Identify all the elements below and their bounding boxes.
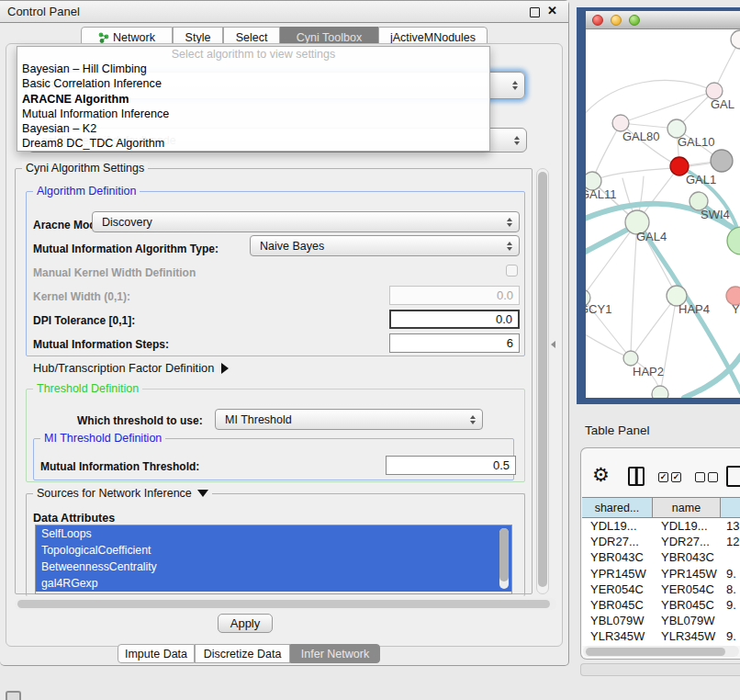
- dropdown-item[interactable]: ARACNE Algorithm: [17, 92, 489, 107]
- data-attributes-label: Data Attributes: [33, 512, 115, 525]
- cell-value: 12: [721, 534, 740, 549]
- attribute-item[interactable]: BetweennessCentrality: [36, 559, 511, 575]
- zoom-traffic-light-icon[interactable]: [629, 15, 640, 26]
- network-node[interactable]: [711, 150, 733, 172]
- node-label: SWI4: [701, 208, 730, 221]
- minimize-traffic-light-icon[interactable]: [611, 15, 622, 26]
- table-settings-gear-icon[interactable]: ⚙: [592, 465, 610, 484]
- data-attributes-list: SelfLoopsTopologicalCoefficientBetweenne…: [35, 525, 512, 594]
- network-edge[interactable]: [631, 296, 677, 358]
- settings-hscroll-thumb[interactable]: [17, 600, 550, 608]
- sources-title: Sources for Network Inference: [37, 487, 192, 500]
- hub-definition-toggle[interactable]: Hub/Transcription Factor Definition: [33, 361, 229, 375]
- tab-discretize-data[interactable]: Discretize Data: [195, 644, 290, 663]
- table-row[interactable]: YBR045C YBR045C 9.: [582, 597, 740, 613]
- network-node[interactable]: [731, 30, 740, 49]
- network-node[interactable]: [727, 227, 740, 254]
- table-hscroll-thumb[interactable]: [586, 648, 725, 656]
- cell-name: YDL19...: [653, 518, 721, 534]
- cell-name: YDR27...: [653, 534, 721, 549]
- kernel-width-field[interactable]: 0.0: [389, 286, 520, 305]
- combo-arrows-icon: [507, 242, 512, 251]
- table-panel-footer: [580, 663, 740, 676]
- table-horizontal-scrollbar[interactable]: [583, 646, 739, 657]
- cell-shared-name: YDL19...: [582, 518, 653, 534]
- table-row[interactable]: YBL079W YBL079W: [582, 613, 740, 628]
- control-panel-titlebar: Control Panel ✕: [0, 1, 568, 23]
- network-node[interactable]: [652, 386, 668, 398]
- aracne-mode-combo[interactable]: Discovery: [92, 211, 520, 232]
- settings-horizontal-scrollbar[interactable]: [15, 598, 556, 610]
- algorithm-dropdown-popup: Select algorithm to view settings Bayesi…: [17, 46, 490, 152]
- settings-vertical-scrollbar[interactable]: [536, 168, 549, 594]
- dropdown-item[interactable]: Bayesian – Hill Climbing: [17, 62, 489, 76]
- dpi-tolerance-field[interactable]: 0.0: [389, 310, 520, 329]
- application-screen: Control Panel ✕ Network Style Select Cyn…: [0, 0, 740, 700]
- aracne-mode-value: Discovery: [102, 216, 152, 229]
- tab-label: Impute Data: [125, 648, 187, 660]
- network-edge[interactable]: [586, 222, 637, 298]
- dropdown-item[interactable]: Bayesian – K2: [17, 121, 489, 136]
- table-row[interactable]: YPR145W YPR145W 9.: [582, 566, 740, 581]
- settings-vscroll-thumb[interactable]: [538, 172, 547, 587]
- list-scrollbar[interactable]: [499, 528, 509, 589]
- network-edge[interactable]: [586, 81, 714, 117]
- network-edge[interactable]: [660, 296, 677, 394]
- checkbox-unchecked-icon[interactable]: [695, 472, 705, 482]
- settings-group-title: Cyni Algorithm Settings: [22, 162, 148, 175]
- checkbox-checked-icon[interactable]: ✓: [671, 472, 681, 482]
- mi-threshold-field[interactable]: 0.5: [386, 456, 516, 475]
- table-row[interactable]: YLR345W YLR345W 9.: [582, 628, 740, 644]
- attribute-item[interactable]: SelfLoops: [36, 525, 511, 542]
- network-edge[interactable]: [621, 91, 714, 123]
- checkbox-unchecked-icon[interactable]: [708, 472, 718, 482]
- tab-label: Infer Network: [301, 648, 369, 660]
- which-threshold-value: MI Threshold: [225, 413, 292, 426]
- dropdown-item[interactable]: Basic Correlation Inference: [17, 76, 489, 91]
- which-threshold-combo[interactable]: MI Threshold: [215, 409, 483, 430]
- table-row[interactable]: YER054C YER054C 8.: [582, 581, 740, 597]
- tab-infer-network[interactable]: Infer Network: [290, 644, 380, 663]
- tab-label: Style: [185, 31, 211, 44]
- tab-impute-data[interactable]: Impute Data: [118, 644, 195, 663]
- network-node[interactable]: [623, 351, 638, 366]
- node-label: GAL80: [622, 130, 659, 143]
- mi-type-label: Mutual Information Algorithm Type:: [33, 243, 219, 255]
- float-window-icon[interactable]: [530, 7, 540, 17]
- attribute-item[interactable]: gal4RGexp: [36, 575, 511, 592]
- column-header-shared-name[interactable]: shared...: [582, 498, 653, 517]
- column-header-name[interactable]: name: [653, 498, 721, 517]
- algorithm-definition-title: Algorithm Definition: [33, 185, 140, 198]
- document-icon[interactable]: [726, 466, 740, 487]
- table-row[interactable]: YBR043C YBR043C: [582, 549, 740, 565]
- close-icon[interactable]: ✕: [547, 4, 557, 17]
- tab-label: jActiveMNodules: [390, 31, 476, 44]
- list-scrollbar-thumb[interactable]: [499, 528, 509, 581]
- mi-steps-field[interactable]: 6: [389, 333, 520, 353]
- network-canvas[interactable]: GALGAL80GAL10GAL1GAL11SWI4GAL4GCY1HAP4YH…: [586, 29, 740, 398]
- table-row[interactable]: YDL19... YDL19... 13: [582, 518, 740, 534]
- column-header-partial[interactable]: [721, 498, 740, 517]
- tab-label: Network: [113, 31, 155, 44]
- attribute-item[interactable]: TopologicalCoefficient: [36, 542, 511, 559]
- expanded-arrow-icon: [197, 490, 208, 497]
- mi-type-combo[interactable]: Naive Bayes: [250, 235, 520, 256]
- split-columns-icon[interactable]: [628, 467, 645, 486]
- cell-name: YBL079W: [653, 613, 721, 628]
- checkbox-checked-icon[interactable]: ✓: [658, 472, 668, 482]
- minimized-panel-icon[interactable]: [6, 691, 21, 700]
- cell-name: YLR345W: [653, 628, 721, 644]
- sources-group-toggle[interactable]: Sources for Network Inference: [33, 487, 212, 500]
- split-pane-collapse-icon[interactable]: [551, 341, 555, 348]
- cell-value: 13: [721, 518, 740, 534]
- dropdown-item[interactable]: Mutual Information Inference: [17, 107, 489, 121]
- network-view-window: GALGAL80GAL10GAL1GAL11SWI4GAL4GCY1HAP4YH…: [577, 7, 740, 404]
- close-traffic-light-icon[interactable]: [592, 15, 603, 26]
- network-window-titlebar[interactable]: [586, 11, 740, 29]
- dropdown-item[interactable]: Dream8 DC_TDC Algorithm: [17, 136, 489, 151]
- apply-button[interactable]: Apply: [218, 614, 273, 633]
- attribute-items: SelfLoopsTopologicalCoefficientBetweenne…: [36, 525, 511, 592]
- table-row[interactable]: YDR27... YDR27... 12: [582, 534, 740, 549]
- cell-shared-name: YDR27...: [582, 534, 653, 549]
- manual-kernel-checkbox[interactable]: [506, 265, 518, 277]
